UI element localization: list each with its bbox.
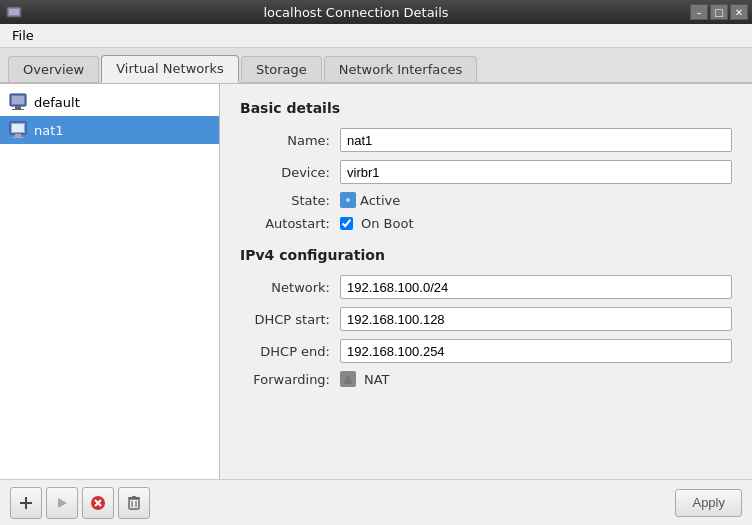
tab-storage[interactable]: Storage	[241, 56, 322, 82]
dhcp-end-row: DHCP end:	[240, 339, 732, 363]
dhcp-end-input[interactable]	[340, 339, 732, 363]
tab-network-interfaces[interactable]: Network Interfaces	[324, 56, 477, 82]
sidebar: default nat1	[0, 84, 220, 479]
name-label: Name:	[240, 133, 340, 148]
network-icon-nat1	[8, 120, 28, 140]
tab-overview[interactable]: Overview	[8, 56, 99, 82]
delete-button[interactable]	[118, 487, 150, 519]
autostart-label: Autostart:	[240, 216, 340, 231]
state-text: Active	[360, 193, 400, 208]
svg-rect-9	[12, 137, 24, 138]
apply-button[interactable]: Apply	[675, 489, 742, 517]
stop-button[interactable]	[82, 487, 114, 519]
sidebar-item-nat1[interactable]: nat1	[0, 116, 219, 144]
name-row: Name:	[240, 128, 732, 152]
bottom-bar: Apply	[0, 479, 752, 525]
svg-rect-3	[12, 96, 24, 104]
window-title: localhost Connection Details	[22, 5, 690, 20]
toolbar-left	[10, 487, 150, 519]
svg-rect-8	[15, 134, 21, 137]
file-menu[interactable]: File	[4, 26, 42, 45]
state-label: State:	[240, 193, 340, 208]
forwarding-label: Forwarding:	[240, 372, 340, 387]
network-label: Network:	[240, 280, 340, 295]
svg-rect-21	[132, 496, 136, 498]
forwarding-row: Forwarding: NAT	[240, 371, 732, 387]
svg-point-11	[346, 198, 350, 202]
ipv4-section: IPv4 configuration	[240, 247, 732, 263]
detail-panel: Basic details Name: Device: State: Activ…	[220, 84, 752, 479]
ipv4-title: IPv4 configuration	[240, 247, 732, 263]
forwarding-value: NAT	[340, 371, 390, 387]
state-value: Active	[340, 192, 400, 208]
autostart-row: Autostart: On Boot	[240, 216, 732, 231]
nat-icon	[340, 371, 356, 387]
svg-rect-4	[15, 106, 21, 109]
dhcp-start-label: DHCP start:	[240, 312, 340, 327]
svg-marker-12	[343, 374, 353, 384]
titlebar: localhost Connection Details – □ ✕	[0, 0, 752, 24]
autostart-text: On Boot	[361, 216, 414, 231]
autostart-value: On Boot	[340, 216, 414, 231]
start-button[interactable]	[46, 487, 78, 519]
network-input[interactable]	[340, 275, 732, 299]
sidebar-label-nat1: nat1	[34, 123, 64, 138]
svg-rect-14	[20, 502, 32, 504]
network-icon-default	[8, 92, 28, 112]
add-button[interactable]	[10, 487, 42, 519]
svg-marker-15	[58, 498, 67, 508]
active-status-icon	[340, 192, 356, 208]
svg-rect-5	[12, 109, 24, 110]
state-row: State: Active	[240, 192, 732, 208]
minimize-button[interactable]: –	[690, 4, 708, 20]
tab-virtual-networks[interactable]: Virtual Networks	[101, 55, 239, 83]
name-input[interactable]	[340, 128, 732, 152]
device-row: Device:	[240, 160, 732, 184]
svg-rect-7	[12, 124, 24, 132]
tabs-bar: Overview Virtual Networks Storage Networ…	[0, 48, 752, 84]
menubar: File	[0, 24, 752, 48]
sidebar-label-default: default	[34, 95, 80, 110]
dhcp-start-input[interactable]	[340, 307, 732, 331]
app-icon	[6, 4, 22, 20]
autostart-checkbox[interactable]	[340, 217, 353, 230]
close-button[interactable]: ✕	[730, 4, 748, 20]
sidebar-item-default[interactable]: default	[0, 88, 219, 116]
basic-details-title: Basic details	[240, 100, 732, 116]
forwarding-text: NAT	[364, 372, 390, 387]
restore-button[interactable]: □	[710, 4, 728, 20]
svg-rect-1	[9, 9, 19, 15]
svg-rect-19	[129, 499, 139, 509]
window-controls: – □ ✕	[690, 4, 748, 20]
main-content: default nat1 Basic details Name: Device:	[0, 84, 752, 479]
dhcp-end-label: DHCP end:	[240, 344, 340, 359]
device-label: Device:	[240, 165, 340, 180]
device-input[interactable]	[340, 160, 732, 184]
dhcp-start-row: DHCP start:	[240, 307, 732, 331]
network-row: Network:	[240, 275, 732, 299]
